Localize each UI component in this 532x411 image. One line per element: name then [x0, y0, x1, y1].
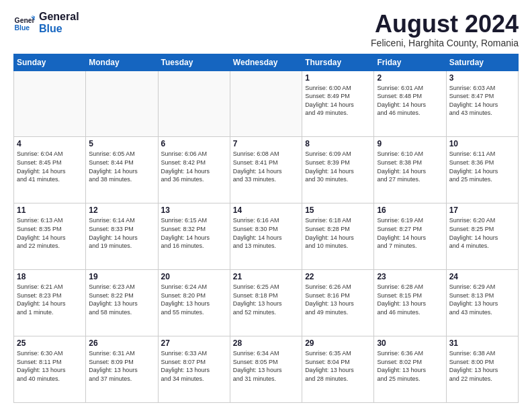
- calendar-cell: 25Sunrise: 6:30 AM Sunset: 8:11 PM Dayli…: [14, 336, 86, 403]
- day-info: Sunrise: 6:31 AM Sunset: 8:09 PM Dayligh…: [89, 349, 154, 383]
- calendar-cell: 15Sunrise: 6:18 AM Sunset: 8:28 PM Dayli…: [302, 203, 374, 270]
- calendar-cell: 16Sunrise: 6:19 AM Sunset: 8:27 PM Dayli…: [374, 203, 446, 270]
- calendar-cell: 14Sunrise: 6:16 AM Sunset: 8:30 PM Dayli…: [230, 203, 302, 270]
- day-number: 11: [17, 205, 83, 215]
- day-info: Sunrise: 6:34 AM Sunset: 8:05 PM Dayligh…: [233, 349, 299, 383]
- day-number: 14: [233, 205, 299, 215]
- day-number: 6: [161, 139, 227, 148]
- day-info: Sunrise: 6:36 AM Sunset: 8:02 PM Dayligh…: [377, 349, 443, 383]
- day-info: Sunrise: 6:01 AM Sunset: 8:48 PM Dayligh…: [377, 84, 443, 118]
- calendar-cell: 23Sunrise: 6:28 AM Sunset: 8:15 PM Dayli…: [374, 270, 446, 336]
- day-info: Sunrise: 6:38 AM Sunset: 8:00 PM Dayligh…: [449, 349, 515, 383]
- day-number: 23: [377, 272, 443, 281]
- day-number: 19: [89, 272, 154, 281]
- calendar-week-2: 4Sunrise: 6:04 AM Sunset: 8:45 PM Daylig…: [14, 137, 519, 203]
- calendar-cell: 26Sunrise: 6:31 AM Sunset: 8:09 PM Dayli…: [86, 336, 158, 403]
- day-info: Sunrise: 6:18 AM Sunset: 8:28 PM Dayligh…: [305, 216, 371, 250]
- subtitle: Feliceni, Harghita County, Romania: [371, 38, 519, 48]
- day-number: 24: [449, 272, 515, 281]
- day-info: Sunrise: 6:21 AM Sunset: 8:23 PM Dayligh…: [17, 283, 83, 316]
- day-info: Sunrise: 6:13 AM Sunset: 8:35 PM Dayligh…: [17, 216, 83, 250]
- day-info: Sunrise: 6:11 AM Sunset: 8:36 PM Dayligh…: [449, 150, 515, 183]
- day-number: 15: [305, 205, 371, 215]
- day-info: Sunrise: 6:19 AM Sunset: 8:27 PM Dayligh…: [377, 216, 443, 250]
- day-info: Sunrise: 6:35 AM Sunset: 8:04 PM Dayligh…: [305, 349, 371, 383]
- calendar-header-row: SundayMondayTuesdayWednesdayThursdayFrid…: [14, 54, 519, 71]
- day-info: Sunrise: 6:05 AM Sunset: 8:44 PM Dayligh…: [89, 150, 154, 183]
- calendar-cell: 2Sunrise: 6:01 AM Sunset: 8:48 PM Daylig…: [374, 71, 446, 137]
- calendar-week-3: 11Sunrise: 6:13 AM Sunset: 8:35 PM Dayli…: [14, 203, 519, 270]
- day-info: Sunrise: 6:06 AM Sunset: 8:42 PM Dayligh…: [161, 150, 227, 183]
- day-info: Sunrise: 6:26 AM Sunset: 8:16 PM Dayligh…: [305, 283, 371, 316]
- calendar-cell: [14, 71, 86, 137]
- main-title: August 2024: [371, 11, 519, 38]
- calendar-cell: 3Sunrise: 6:03 AM Sunset: 8:47 PM Daylig…: [446, 71, 518, 137]
- day-number: 18: [17, 272, 83, 281]
- calendar-header-thursday: Thursday: [302, 54, 374, 71]
- calendar-header-friday: Friday: [374, 54, 446, 71]
- calendar-header-tuesday: Tuesday: [158, 54, 230, 71]
- calendar-cell: 4Sunrise: 6:04 AM Sunset: 8:45 PM Daylig…: [14, 137, 86, 203]
- calendar-cell: 12Sunrise: 6:14 AM Sunset: 8:33 PM Dayli…: [86, 203, 158, 270]
- day-info: Sunrise: 6:08 AM Sunset: 8:41 PM Dayligh…: [233, 150, 299, 183]
- day-number: 22: [305, 272, 371, 281]
- calendar-cell: 17Sunrise: 6:20 AM Sunset: 8:25 PM Dayli…: [446, 203, 518, 270]
- calendar-week-5: 25Sunrise: 6:30 AM Sunset: 8:11 PM Dayli…: [14, 336, 519, 403]
- calendar-cell: 18Sunrise: 6:21 AM Sunset: 8:23 PM Dayli…: [14, 270, 86, 336]
- logo-line1: General: [39, 11, 79, 23]
- day-number: 26: [89, 338, 154, 348]
- day-info: Sunrise: 6:16 AM Sunset: 8:30 PM Dayligh…: [233, 216, 299, 250]
- calendar-cell: 24Sunrise: 6:29 AM Sunset: 8:13 PM Dayli…: [446, 270, 518, 336]
- day-info: Sunrise: 6:20 AM Sunset: 8:25 PM Dayligh…: [449, 216, 515, 250]
- calendar-week-1: 1Sunrise: 6:00 AM Sunset: 8:49 PM Daylig…: [14, 71, 519, 137]
- day-number: 9: [377, 139, 443, 148]
- calendar-cell: 10Sunrise: 6:11 AM Sunset: 8:36 PM Dayli…: [446, 137, 518, 203]
- day-number: 4: [17, 139, 83, 148]
- day-info: Sunrise: 6:10 AM Sunset: 8:38 PM Dayligh…: [377, 150, 443, 183]
- day-info: Sunrise: 6:28 AM Sunset: 8:15 PM Dayligh…: [377, 283, 443, 316]
- day-number: 16: [377, 205, 443, 215]
- day-info: Sunrise: 6:03 AM Sunset: 8:47 PM Dayligh…: [449, 84, 515, 118]
- calendar-cell: 9Sunrise: 6:10 AM Sunset: 8:38 PM Daylig…: [374, 137, 446, 203]
- day-number: 8: [305, 139, 371, 148]
- day-number: 20: [161, 272, 227, 281]
- day-info: Sunrise: 6:14 AM Sunset: 8:33 PM Dayligh…: [89, 216, 154, 250]
- calendar-cell: [230, 71, 302, 137]
- calendar-header-sunday: Sunday: [14, 54, 86, 71]
- day-info: Sunrise: 6:29 AM Sunset: 8:13 PM Dayligh…: [449, 283, 515, 316]
- header: General Blue General Blue August 2024 Fe…: [13, 11, 519, 48]
- calendar-cell: 5Sunrise: 6:05 AM Sunset: 8:44 PM Daylig…: [86, 137, 158, 203]
- day-number: 31: [449, 338, 515, 348]
- calendar-cell: 20Sunrise: 6:24 AM Sunset: 8:20 PM Dayli…: [158, 270, 230, 336]
- calendar-cell: 6Sunrise: 6:06 AM Sunset: 8:42 PM Daylig…: [158, 137, 230, 203]
- day-number: 12: [89, 205, 154, 215]
- calendar-cell: 27Sunrise: 6:33 AM Sunset: 8:07 PM Dayli…: [158, 336, 230, 403]
- day-info: Sunrise: 6:00 AM Sunset: 8:49 PM Dayligh…: [305, 84, 371, 118]
- calendar-cell: 31Sunrise: 6:38 AM Sunset: 8:00 PM Dayli…: [446, 336, 518, 403]
- day-number: 30: [377, 338, 443, 348]
- calendar-cell: 22Sunrise: 6:26 AM Sunset: 8:16 PM Dayli…: [302, 270, 374, 336]
- calendar-header-saturday: Saturday: [446, 54, 518, 71]
- day-number: 27: [161, 338, 227, 348]
- svg-text:General: General: [15, 17, 35, 24]
- day-number: 13: [161, 205, 227, 215]
- calendar-cell: 19Sunrise: 6:23 AM Sunset: 8:22 PM Dayli…: [86, 270, 158, 336]
- day-number: 21: [233, 272, 299, 281]
- calendar-week-4: 18Sunrise: 6:21 AM Sunset: 8:23 PM Dayli…: [14, 270, 519, 336]
- calendar-cell: 7Sunrise: 6:08 AM Sunset: 8:41 PM Daylig…: [230, 137, 302, 203]
- calendar-table: SundayMondayTuesdayWednesdayThursdayFrid…: [13, 54, 519, 403]
- calendar-header-wednesday: Wednesday: [230, 54, 302, 71]
- calendar-header-monday: Monday: [86, 54, 158, 71]
- calendar-cell: 30Sunrise: 6:36 AM Sunset: 8:02 PM Dayli…: [374, 336, 446, 403]
- day-number: 28: [233, 338, 299, 348]
- title-block: August 2024 Feliceni, Harghita County, R…: [371, 11, 519, 48]
- logo-line2: Blue: [39, 23, 79, 35]
- day-info: Sunrise: 6:15 AM Sunset: 8:32 PM Dayligh…: [161, 216, 227, 250]
- day-info: Sunrise: 6:30 AM Sunset: 8:11 PM Dayligh…: [17, 349, 83, 383]
- svg-text:Blue: Blue: [15, 24, 30, 32]
- calendar-cell: 29Sunrise: 6:35 AM Sunset: 8:04 PM Dayli…: [302, 336, 374, 403]
- calendar-cell: [86, 71, 158, 137]
- day-info: Sunrise: 6:04 AM Sunset: 8:45 PM Dayligh…: [17, 150, 83, 183]
- day-info: Sunrise: 6:23 AM Sunset: 8:22 PM Dayligh…: [89, 283, 154, 316]
- logo-icon: General Blue: [13, 12, 35, 34]
